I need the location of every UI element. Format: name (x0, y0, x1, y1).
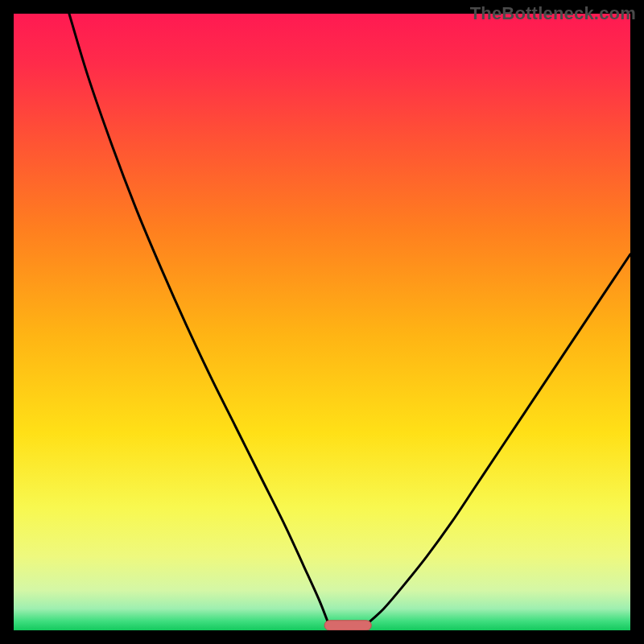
chart-frame: TheBottleneck.com (0, 0, 644, 644)
gradient-background (14, 14, 630, 630)
bottleneck-chart-svg (14, 14, 630, 630)
bottleneck-marker (324, 621, 371, 630)
watermark-text: TheBottleneck.com (470, 3, 636, 24)
plot-area (14, 14, 630, 630)
